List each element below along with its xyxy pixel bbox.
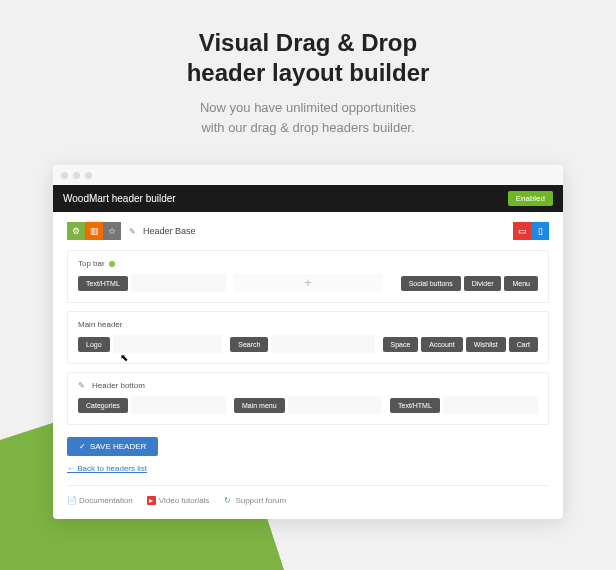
block-divider[interactable]: Divider <box>464 276 502 291</box>
status-dot-icon <box>109 261 115 267</box>
section-title: Top bar <box>78 259 538 268</box>
block-menu[interactable]: Menu <box>504 276 538 291</box>
block-space[interactable]: Space <box>383 337 419 352</box>
refresh-icon: ↻ <box>223 496 232 505</box>
section-title: ✎ Header bottom <box>78 381 538 390</box>
layout-button[interactable]: ▥ <box>85 222 103 240</box>
window-titlebar <box>53 165 563 185</box>
status-badge[interactable]: Enabled <box>508 191 553 206</box>
hero-subtitle: Now you have unlimited opportunities wit… <box>20 98 596 137</box>
cursor-icon: ⬉ <box>120 352 128 363</box>
header-name-label[interactable]: ✎ Header Base <box>129 226 196 236</box>
traffic-light-icon <box>73 172 80 179</box>
block-categories[interactable]: Categories <box>78 398 128 413</box>
drop-slot[interactable] <box>288 396 382 414</box>
drop-slot[interactable] <box>443 396 538 414</box>
block-main-menu[interactable]: Main menu <box>234 398 285 413</box>
drop-slot[interactable] <box>113 335 223 353</box>
traffic-light-icon <box>85 172 92 179</box>
layout-icon: ▥ <box>90 226 99 236</box>
main-header-section: Main header Logo Search Space Account Wi… <box>67 311 549 364</box>
footer-links: 📄 Documentation ▸ Video tutorials ↻ Supp… <box>67 496 549 505</box>
gear-icon: ⚙ <box>72 226 80 236</box>
save-button[interactable]: ✓ SAVE HEADER <box>67 437 158 456</box>
star-icon: ☆ <box>108 226 116 236</box>
favorite-button[interactable]: ☆ <box>103 222 121 240</box>
drop-slot[interactable] <box>271 335 374 353</box>
mobile-icon: ▯ <box>538 226 543 236</box>
header-bottom-section: ✎ Header bottom Categories Main menu Tex… <box>67 372 549 425</box>
block-social[interactable]: Social buttons <box>401 276 461 291</box>
desktop-view-button[interactable]: ▭ <box>513 222 531 240</box>
block-search[interactable]: Search <box>230 337 268 352</box>
hero-title: Visual Drag & Drop header layout builder <box>20 28 596 88</box>
app-window: WoodMart header builder Enabled ⚙ ▥ ☆ ✎ … <box>53 165 563 519</box>
document-icon: 📄 <box>67 496 76 505</box>
desktop-icon: ▭ <box>518 226 527 236</box>
documentation-link[interactable]: 📄 Documentation <box>67 496 133 505</box>
app-title: WoodMart header builder <box>63 193 176 204</box>
block-account[interactable]: Account <box>421 337 462 352</box>
play-icon: ▸ <box>147 496 156 505</box>
pencil-icon: ✎ <box>78 381 85 390</box>
mobile-view-button[interactable]: ▯ <box>531 222 549 240</box>
block-text-html[interactable]: Text/HTML <box>78 276 128 291</box>
app-bar: WoodMart header builder Enabled <box>53 185 563 212</box>
support-forum-link[interactable]: ↻ Support forum <box>223 496 286 505</box>
block-text-html[interactable]: Text/HTML <box>390 398 440 413</box>
add-block-button[interactable]: + <box>234 274 382 292</box>
back-link[interactable]: ← Back to headers list <box>67 464 147 473</box>
topbar-section: Top bar Text/HTML + Social buttons Divid… <box>67 250 549 303</box>
traffic-light-icon <box>61 172 68 179</box>
check-icon: ✓ <box>79 442 86 451</box>
video-tutorials-link[interactable]: ▸ Video tutorials <box>147 496 210 505</box>
block-wishlist[interactable]: Wishlist <box>466 337 506 352</box>
block-logo[interactable]: Logo <box>78 337 110 352</box>
pencil-icon: ✎ <box>129 227 136 236</box>
settings-button[interactable]: ⚙ <box>67 222 85 240</box>
block-cart[interactable]: Cart <box>509 337 538 352</box>
section-title: Main header <box>78 320 538 329</box>
toolbar: ⚙ ▥ ☆ ✎ Header Base ▭ ▯ <box>67 222 549 240</box>
drop-slot[interactable] <box>131 274 226 292</box>
drop-slot[interactable] <box>131 396 226 414</box>
